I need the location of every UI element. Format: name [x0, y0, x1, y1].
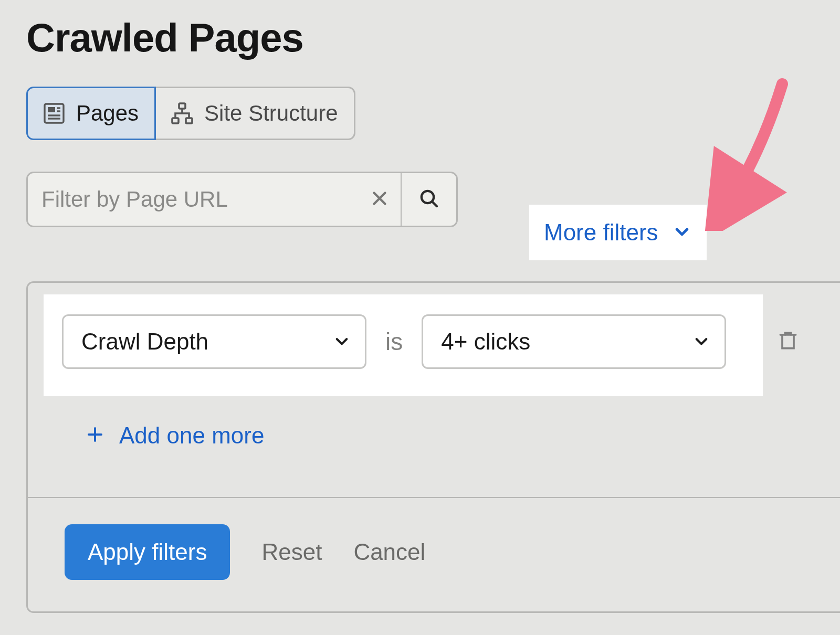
- trash-icon: [776, 329, 800, 354]
- more-filters-label: More filters: [544, 219, 658, 246]
- tabs-group: Pages Site Structure: [26, 87, 355, 140]
- chevron-down-icon: [673, 223, 691, 242]
- cancel-button[interactable]: Cancel: [353, 539, 425, 565]
- search-group: [26, 172, 458, 227]
- chevron-down-icon: [333, 329, 350, 355]
- filter-field-select[interactable]: Crawl Depth: [62, 314, 366, 369]
- svg-rect-1: [48, 107, 55, 112]
- filter-operator: is: [382, 327, 406, 356]
- filter-field-value: Crawl Depth: [81, 329, 208, 355]
- chevron-down-icon: [693, 329, 710, 355]
- panel-actions: Apply filters Reset Cancel: [28, 498, 840, 611]
- tab-site-structure-label: Site Structure: [204, 101, 338, 126]
- search-icon: [418, 188, 439, 211]
- add-filter-label: Add one more: [119, 422, 264, 449]
- clear-search-button[interactable]: [359, 173, 401, 226]
- search-button[interactable]: [401, 173, 456, 226]
- filter-rule: Crawl Depth is 4+ clicks: [28, 283, 840, 369]
- add-filter-button[interactable]: Add one more: [86, 421, 264, 450]
- svg-rect-6: [179, 103, 185, 109]
- tab-pages-label: Pages: [76, 101, 139, 126]
- apply-filters-button[interactable]: Apply filters: [65, 524, 230, 580]
- delete-filter-button[interactable]: [773, 327, 803, 356]
- filter-value-select[interactable]: 4+ clicks: [422, 314, 726, 369]
- plus-icon: [86, 421, 104, 450]
- search-row: [26, 172, 840, 227]
- filters-panel: Crawl Depth is 4+ clicks: [26, 281, 840, 613]
- filter-value-value: 4+ clicks: [441, 329, 530, 355]
- svg-rect-0: [45, 104, 64, 123]
- reset-button[interactable]: Reset: [261, 539, 322, 565]
- sitemap-icon: [170, 101, 195, 126]
- tab-site-structure[interactable]: Site Structure: [156, 87, 355, 140]
- svg-rect-7: [172, 118, 178, 123]
- tab-pages[interactable]: Pages: [26, 87, 156, 140]
- svg-rect-8: [186, 118, 192, 123]
- svg-line-12: [432, 202, 437, 206]
- page-title: Crawled Pages: [26, 15, 840, 60]
- more-filters-toggle[interactable]: More filters: [529, 205, 707, 260]
- search-input[interactable]: [28, 173, 359, 226]
- pages-icon: [41, 101, 67, 126]
- close-icon: [370, 189, 389, 210]
